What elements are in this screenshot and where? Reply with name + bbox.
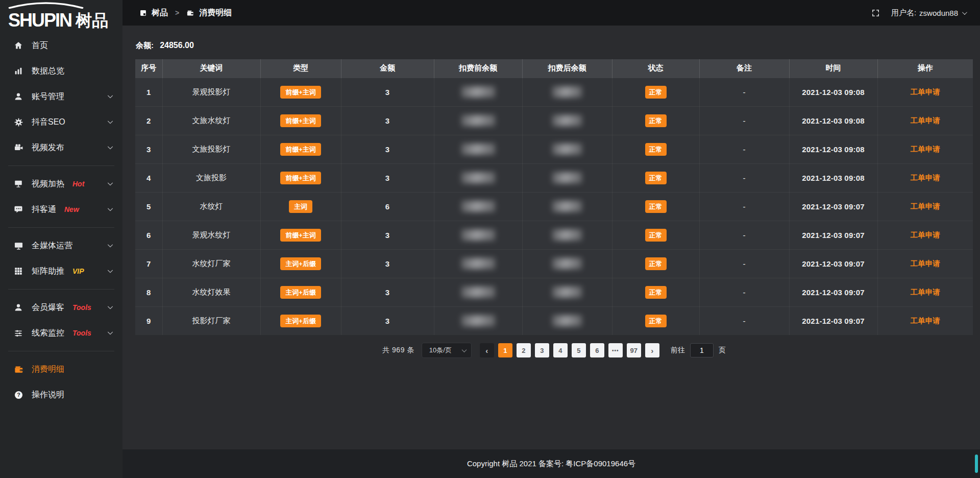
fullscreen-icon[interactable] bbox=[871, 9, 880, 17]
cell-remark: - bbox=[699, 135, 789, 163]
cell-status: 正常 bbox=[612, 106, 699, 135]
page-button-4[interactable]: 4 bbox=[553, 343, 568, 357]
work-order-link[interactable]: 工单申请 bbox=[911, 88, 940, 96]
masked-value bbox=[461, 144, 495, 155]
work-order-link[interactable]: 工单申请 bbox=[911, 288, 940, 296]
logo-arc bbox=[7, 2, 85, 9]
work-order-link[interactable]: 工单申请 bbox=[911, 317, 940, 325]
work-order-link[interactable]: 工单申请 bbox=[911, 259, 940, 268]
cell-action: 工单申请 bbox=[877, 163, 973, 192]
divider bbox=[8, 289, 114, 290]
sliders-icon bbox=[13, 328, 23, 338]
cell-balance-before bbox=[434, 78, 522, 106]
type-badge: 前缀+主词 bbox=[280, 114, 321, 127]
cell-action: 工单申请 bbox=[877, 78, 973, 106]
status-badge: 正常 bbox=[645, 200, 667, 213]
sidebar-item-data-overview[interactable]: 数据总览 bbox=[0, 58, 122, 84]
work-order-link[interactable]: 工单申请 bbox=[911, 231, 940, 239]
cell-remark: - bbox=[699, 163, 789, 192]
cell-index: 4 bbox=[135, 163, 162, 192]
sidebar-item-label: 线索监控 bbox=[32, 328, 64, 339]
cell-amount: 3 bbox=[341, 163, 434, 192]
chevron-down-icon bbox=[107, 206, 113, 211]
sidebar-item-all-media[interactable]: 全媒体运营 bbox=[0, 233, 122, 258]
next-page-button[interactable]: › bbox=[645, 343, 659, 357]
cell-balance-after bbox=[522, 192, 612, 221]
cell-action: 工单申请 bbox=[877, 306, 973, 335]
cell-keyword: 景观水纹灯 bbox=[162, 221, 260, 249]
page-button-97[interactable]: 97 bbox=[627, 343, 641, 357]
goto-page-input[interactable] bbox=[690, 343, 714, 357]
cell-status: 正常 bbox=[612, 135, 699, 163]
app-logo[interactable]: SHUPIN 树品 bbox=[0, 0, 122, 32]
sidebar-item-home[interactable]: 首页 bbox=[0, 33, 122, 58]
type-badge: 前缀+主词 bbox=[280, 172, 321, 184]
sidebar-item-label: 抖客通 bbox=[32, 204, 56, 215]
cell-amount: 6 bbox=[341, 192, 434, 221]
masked-value bbox=[552, 86, 582, 98]
type-badge: 前缀+主词 bbox=[280, 229, 321, 242]
cell-amount: 3 bbox=[341, 278, 434, 306]
topbar-right: 用户名: zswodun88 bbox=[871, 8, 966, 18]
cell-type: 主词+后缀 bbox=[260, 249, 341, 278]
page-size-select[interactable]: 10条/页 bbox=[422, 343, 472, 358]
page-button-2[interactable]: 2 bbox=[517, 343, 531, 357]
logo-text-en: SHUPIN bbox=[8, 11, 71, 30]
col-header-remark: 备注 bbox=[699, 59, 789, 78]
sidebar-item-video-heating[interactable]: 视频加热 Hot bbox=[0, 171, 122, 197]
breadcrumb-root[interactable]: 树品 bbox=[152, 8, 168, 18]
table-row: 1 景观投影灯 前缀+主词 3 正常 - 2021-12-03 09:08 工单… bbox=[135, 78, 973, 106]
scrollbar-thumb[interactable] bbox=[975, 455, 978, 473]
table-row: 6 景观水纹灯 前缀+主词 3 正常 - 2021-12-03 09:07 工单… bbox=[135, 221, 973, 249]
page-button-1[interactable]: 1 bbox=[498, 343, 512, 357]
cell-balance-before bbox=[434, 221, 522, 249]
cell-time: 2021-12-03 09:08 bbox=[789, 163, 877, 192]
sidebar-item-label: 数据总览 bbox=[32, 66, 64, 77]
masked-value bbox=[461, 229, 495, 241]
sidebar-item-matrix-boost[interactable]: 矩阵助推 VIP bbox=[0, 258, 122, 284]
cell-action: 工单申请 bbox=[877, 192, 973, 221]
col-header-index: 序号 bbox=[135, 59, 162, 78]
cell-remark: - bbox=[699, 278, 789, 306]
hot-tag: Hot bbox=[72, 180, 84, 188]
sidebar-item-account-management[interactable]: 账号管理 bbox=[0, 84, 122, 109]
prev-page-button[interactable]: ‹ bbox=[480, 343, 494, 357]
cell-time: 2021-12-03 09:08 bbox=[789, 78, 877, 106]
sidebar-item-member-burst[interactable]: 会员爆客 Tools bbox=[0, 295, 122, 320]
masked-value bbox=[461, 172, 495, 183]
masked-value bbox=[552, 315, 582, 326]
username-label: 用户名: bbox=[891, 8, 916, 18]
work-order-link[interactable]: 工单申请 bbox=[911, 202, 940, 210]
sidebar-item-consumption-detail[interactable]: 消费明细 bbox=[0, 356, 122, 382]
page-button-6[interactable]: 6 bbox=[590, 343, 604, 357]
masked-value bbox=[552, 229, 582, 241]
more-pages-button[interactable]: ••• bbox=[608, 343, 623, 357]
cell-balance-before bbox=[434, 192, 522, 221]
sidebar-item-label: 操作说明 bbox=[32, 390, 64, 400]
sidebar-item-instructions[interactable]: ? 操作说明 bbox=[0, 382, 122, 408]
masked-value bbox=[461, 115, 495, 126]
cell-balance-before bbox=[434, 306, 522, 335]
chevron-down-icon bbox=[107, 242, 113, 248]
user-menu[interactable]: 用户名: zswodun88 bbox=[891, 8, 966, 18]
cell-index: 3 bbox=[135, 135, 162, 163]
work-order-link[interactable]: 工单申请 bbox=[911, 174, 940, 182]
page-button-5[interactable]: 5 bbox=[572, 343, 586, 357]
cell-amount: 3 bbox=[341, 106, 434, 135]
cell-time: 2021-12-03 09:08 bbox=[789, 135, 877, 163]
sidebar-item-doketong[interactable]: 抖客通 New bbox=[0, 197, 122, 222]
type-badge: 主词+后缀 bbox=[280, 286, 321, 299]
sidebar-item-video-publish[interactable]: 视频发布 bbox=[0, 135, 122, 160]
balance-value: 24856.00 bbox=[160, 41, 194, 50]
cell-status: 正常 bbox=[612, 249, 699, 278]
sidebar-item-lead-monitor[interactable]: 线索监控 Tools bbox=[0, 320, 122, 346]
chevron-down-icon bbox=[107, 304, 113, 309]
sidebar-item-label: 视频发布 bbox=[32, 142, 64, 153]
cell-keyword: 文旅投影 bbox=[162, 163, 260, 192]
type-badge: 主词 bbox=[289, 200, 312, 213]
sidebar-item-douyin-seo[interactable]: 抖音SEO bbox=[0, 109, 122, 135]
divider bbox=[8, 351, 114, 351]
work-order-link[interactable]: 工单申请 bbox=[911, 116, 940, 125]
page-button-3[interactable]: 3 bbox=[535, 343, 549, 357]
work-order-link[interactable]: 工单申请 bbox=[911, 145, 940, 153]
